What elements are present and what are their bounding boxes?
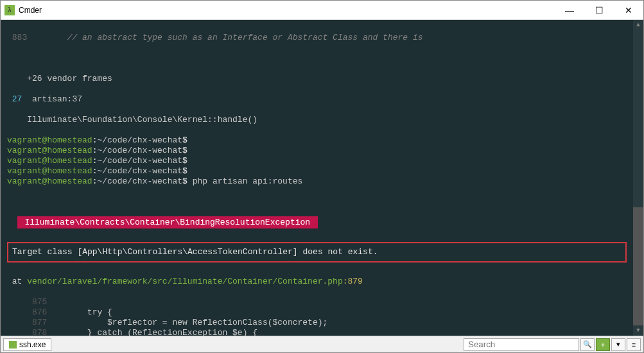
prompt-path: ~/code/chx-wechat <box>97 156 182 166</box>
dropdown-button[interactable]: ▾ <box>611 338 625 351</box>
at-path: vendor/laravel/framework/src/Illuminate/… <box>27 277 342 286</box>
prompt-user: vagrant@homestead <box>7 135 92 145</box>
console-tab[interactable]: ssh.exe <box>3 338 51 351</box>
code-comment: // an abstract type such as an Interface… <box>67 33 423 42</box>
exception-class: Illuminate\Contracts\Container\BindingRe… <box>17 216 318 228</box>
line-number: 883 <box>7 33 27 42</box>
prompt-path: ~/code/chx-wechat <box>97 135 182 145</box>
tab-label: ssh.exe <box>19 340 46 349</box>
app-icon: λ <box>4 5 15 15</box>
titlebar[interactable]: λ Cmder — ☐ ✕ <box>1 1 643 20</box>
prompt-user: vagrant@homestead <box>7 146 92 155</box>
prompt-user: vagrant@homestead <box>7 166 92 176</box>
search-icon[interactable]: 🔍 <box>580 338 595 351</box>
scroll-thumb[interactable] <box>633 207 643 325</box>
scroll-down-icon[interactable]: ▼ <box>633 325 643 336</box>
line-number: 878 <box>22 328 47 336</box>
vendor-frames: +26 vendor frames <box>1 74 633 84</box>
prompt-user: vagrant@homestead <box>7 156 92 166</box>
prompt-path: ~/code/chx-wechat <box>97 166 182 176</box>
error-text: Target class [App\Http\Controllers\Acces… <box>12 247 378 257</box>
statusbar: ssh.exe 🔍 + ▾ ≡ <box>1 336 643 352</box>
window-controls: — ☐ ✕ <box>555 1 643 19</box>
line-number: 875 <box>22 297 47 307</box>
scroll-track[interactable] <box>633 30 643 325</box>
close-button[interactable]: ✕ <box>614 1 643 19</box>
search-input[interactable] <box>464 338 579 351</box>
artisan-ref: artisan:37 <box>32 94 82 104</box>
minimize-button[interactable]: — <box>555 1 584 19</box>
maximize-button[interactable]: ☐ <box>584 1 614 19</box>
frame-num: 27 <box>7 94 22 104</box>
prompt-cmd: php artisan api:routes <box>193 176 303 186</box>
at-line: :879 <box>343 277 363 286</box>
at-label: at <box>7 277 27 286</box>
cmder-window: λ Cmder — ☐ ✕ 883 // an abstract type su… <box>0 0 644 353</box>
window-title: Cmder <box>19 6 555 15</box>
add-tab-button[interactable]: + <box>596 338 610 351</box>
menu-button[interactable]: ≡ <box>627 338 641 351</box>
terminal[interactable]: 883 // an abstract type such as an Inter… <box>1 20 633 336</box>
scroll-up-icon[interactable]: ▲ <box>633 20 643 30</box>
prompt-path: ~/code/chx-wechat <box>97 176 182 186</box>
prompt-path: ~/code/chx-wechat <box>97 146 182 155</box>
error-message-box: Target class [App\Http\Controllers\Acces… <box>7 242 627 263</box>
line-number: 876 <box>22 307 47 317</box>
vertical-scrollbar[interactable]: ▲ ▼ <box>633 20 643 336</box>
prompt-user: vagrant@homestead <box>7 176 92 186</box>
kernel-handle: Illuminate\Foundation\Console\Kernel::ha… <box>1 115 633 125</box>
line-number: 877 <box>22 318 47 327</box>
tab-icon <box>9 341 17 349</box>
